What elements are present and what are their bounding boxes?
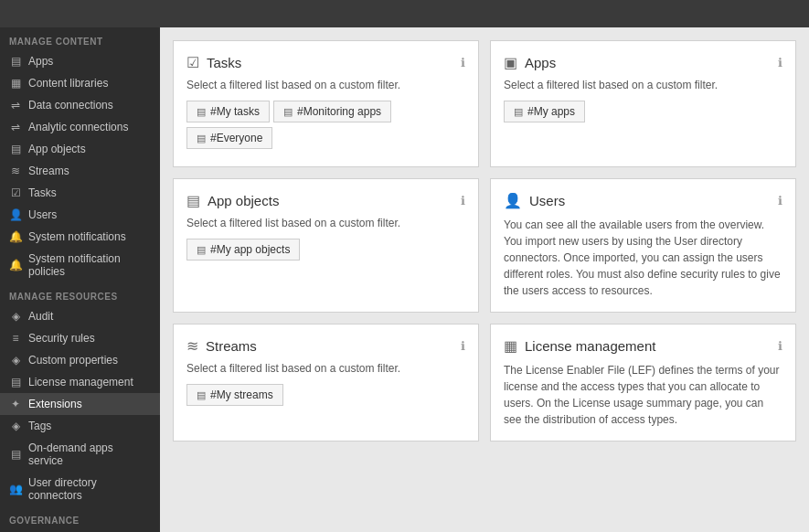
card-header-apps: ▣Appsℹ	[504, 54, 782, 71]
btn-label: #Everyone	[210, 132, 262, 144]
app-objects-icon: ▤	[9, 143, 22, 155]
info-icon-streams[interactable]: ℹ	[461, 339, 465, 353]
card-btn--monitoring-apps[interactable]: ▤#Monitoring apps	[273, 101, 391, 122]
card-icon-app-objects: ▤	[186, 192, 200, 209]
sidebar-item-security-rules[interactable]: ≡Security rules	[0, 327, 160, 349]
btn-label: #My streams	[210, 388, 273, 401]
system-notification-policies-icon: 🔔	[9, 259, 22, 271]
btn-label: #My app objects	[210, 243, 290, 256]
license-management-icon: ▤	[9, 376, 22, 388]
sidebar-item-extensions[interactable]: ✦Extensions	[0, 393, 160, 415]
card-btn--everyone[interactable]: ▤#Everyone	[186, 127, 272, 149]
card-streams: ≋StreamsℹSelect a filtered list based on…	[173, 324, 479, 442]
card-users: 👤UsersℹYou can see all the available use…	[490, 178, 796, 313]
sidebar-section-manage-content: MANAGE CONTENT	[0, 27, 160, 50]
card-icon-users: 👤	[504, 192, 522, 209]
btn-label: #My tasks	[210, 105, 260, 118]
card-title-row-license-management: ▦License management	[504, 337, 655, 355]
cards-grid: ☑TasksℹSelect a filtered list based on a…	[173, 40, 796, 442]
card-btn--my-streams[interactable]: ▤#My streams	[186, 384, 283, 406]
card-tasks: ☑TasksℹSelect a filtered list based on a…	[173, 40, 479, 167]
card-btn--my-app-objects[interactable]: ▤#My app objects	[186, 239, 300, 261]
sidebar-item-label-data-connections: Data connections	[28, 99, 151, 112]
sidebar-item-system-notifications[interactable]: 🔔System notifications	[0, 226, 160, 248]
card-title-row-apps: ▣Apps	[504, 54, 556, 71]
card-icon-apps: ▣	[504, 54, 517, 71]
user-directory-connectors-icon: 👥	[9, 483, 22, 495]
card-desc-streams: Select a filtered list based on a custom…	[186, 362, 465, 375]
sidebar-item-label-content-libraries: Content libraries	[28, 77, 151, 90]
sidebar-item-label-apps: Apps	[28, 55, 151, 68]
sidebar-item-label-streams: Streams	[28, 165, 151, 177]
card-btn--my-tasks[interactable]: ▤#My tasks	[186, 101, 270, 122]
sidebar-item-license-management[interactable]: ▤License management	[0, 371, 160, 393]
card-header-license-management: ▦License managementℹ	[504, 337, 782, 355]
card-title-tasks: Tasks	[207, 55, 241, 70]
card-body-license-management: The License Enabler File (LEF) defines t…	[504, 362, 782, 428]
analytic-connections-icon: ⇌	[9, 121, 22, 133]
system-notifications-icon: 🔔	[9, 230, 22, 243]
card-body-users: You can see all the available users from…	[504, 217, 782, 299]
card-title-apps: Apps	[525, 55, 556, 70]
sidebar-item-analytic-connections[interactable]: ⇌Analytic connections	[0, 116, 160, 138]
sidebar-item-label-audit: Audit	[28, 310, 151, 323]
sidebar-item-label-custom-properties: Custom properties	[28, 354, 151, 367]
sidebar-item-apps[interactable]: ▤Apps	[0, 50, 160, 72]
btn-filter-icon: ▤	[283, 106, 293, 118]
users-icon: 👤	[9, 208, 22, 221]
btn-filter-icon: ▤	[514, 106, 523, 118]
card-header-app-objects: ▤App objectsℹ	[186, 192, 465, 209]
card-desc-app-objects: Select a filtered list based on a custom…	[186, 217, 465, 229]
data-connections-icon: ⇌	[9, 99, 22, 112]
card-btn--my-apps[interactable]: ▤#My apps	[504, 101, 585, 122]
sidebar-item-label-security-rules: Security rules	[28, 332, 151, 345]
card-title-app-objects: App objects	[208, 193, 279, 208]
sidebar-item-label-tags: Tags	[28, 420, 151, 432]
card-title-row-tasks: ☑Tasks	[186, 54, 241, 71]
info-icon-tasks[interactable]: ℹ	[461, 56, 465, 69]
sidebar-item-audit[interactable]: ◈Audit	[0, 305, 160, 327]
security-rules-icon: ≡	[9, 332, 22, 345]
card-header-users: 👤Usersℹ	[504, 192, 782, 209]
sidebar-item-content-libraries[interactable]: ▦Content libraries	[0, 72, 160, 94]
btn-label: #Monitoring apps	[297, 105, 381, 118]
content-libraries-icon: ▦	[9, 77, 22, 90]
sidebar-section-governance: GOVERNANCE	[0, 506, 160, 529]
sidebar-item-label-analytic-connections: Analytic connections	[28, 121, 151, 133]
tags-icon: ◈	[9, 420, 22, 432]
card-icon-streams: ≋	[186, 337, 198, 355]
sidebar-item-label-tasks: Tasks	[28, 186, 151, 199]
sidebar-item-label-on-demand-apps-service: On-demand apps service	[28, 442, 151, 467]
sidebar-item-data-connections[interactable]: ⇌Data connections	[0, 94, 160, 116]
card-title-row-streams: ≋Streams	[186, 337, 257, 355]
card-desc-tasks: Select a filtered list based on a custom…	[186, 79, 465, 91]
card-title-row-users: 👤Users	[504, 192, 565, 209]
card-icon-tasks: ☑	[186, 54, 199, 71]
sidebar-item-label-user-directory-connectors: User directory connectors	[28, 476, 151, 502]
card-license-management: ▦License managementℹThe License Enabler …	[490, 324, 796, 442]
topbar	[0, 0, 809, 27]
btn-filter-icon: ▤	[197, 244, 206, 256]
sidebar-item-system-notification-policies[interactable]: 🔔System notification policies	[0, 248, 160, 282]
sidebar-item-custom-properties[interactable]: ◈Custom properties	[0, 349, 160, 371]
card-app-objects: ▤App objectsℹSelect a filtered list base…	[173, 178, 479, 313]
sidebar-item-on-demand-apps-service[interactable]: ▤On-demand apps service	[0, 437, 160, 472]
sidebar-section-manage-resources: MANAGE RESOURCES	[0, 282, 160, 305]
main-content: ☑TasksℹSelect a filtered list based on a…	[160, 27, 809, 532]
sidebar-item-app-objects[interactable]: ▤App objects	[0, 138, 160, 160]
btn-filter-icon: ▤	[197, 389, 206, 401]
info-icon-license-management[interactable]: ℹ	[778, 339, 782, 353]
sidebar-item-label-system-notifications: System notifications	[28, 230, 151, 243]
sidebar-item-streams[interactable]: ≋Streams	[0, 160, 160, 182]
card-icon-license-management: ▦	[504, 337, 517, 355]
sidebar-item-user-directory-connectors[interactable]: 👥User directory connectors	[0, 472, 160, 506]
info-icon-apps[interactable]: ℹ	[778, 56, 782, 69]
card-header-streams: ≋Streamsℹ	[186, 337, 465, 355]
sidebar-item-tasks[interactable]: ☑Tasks	[0, 182, 160, 204]
card-desc-apps: Select a filtered list based on a custom…	[504, 79, 782, 91]
info-icon-users[interactable]: ℹ	[778, 194, 782, 207]
info-icon-app-objects[interactable]: ℹ	[461, 194, 465, 207]
card-apps: ▣AppsℹSelect a filtered list based on a …	[490, 40, 796, 167]
sidebar-item-users[interactable]: 👤Users	[0, 204, 160, 226]
sidebar-item-tags[interactable]: ◈Tags	[0, 415, 160, 437]
